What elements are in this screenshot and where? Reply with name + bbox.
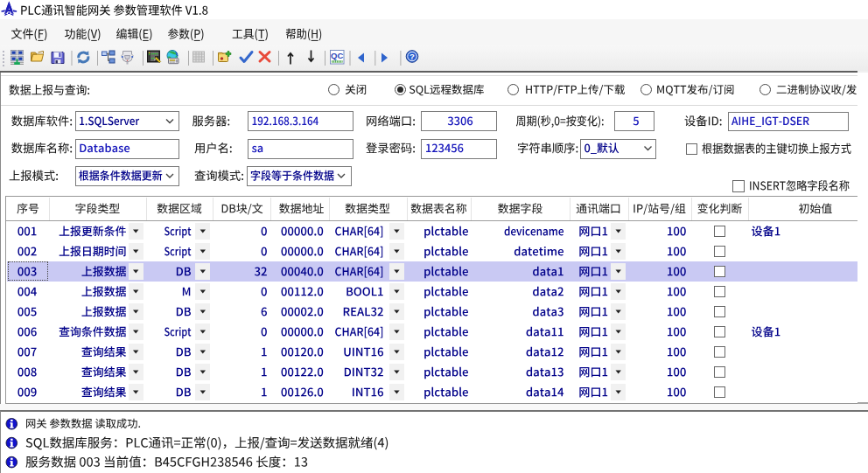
svg-text:?: ? xyxy=(410,52,415,61)
svg-text:QC: QC xyxy=(331,51,343,60)
